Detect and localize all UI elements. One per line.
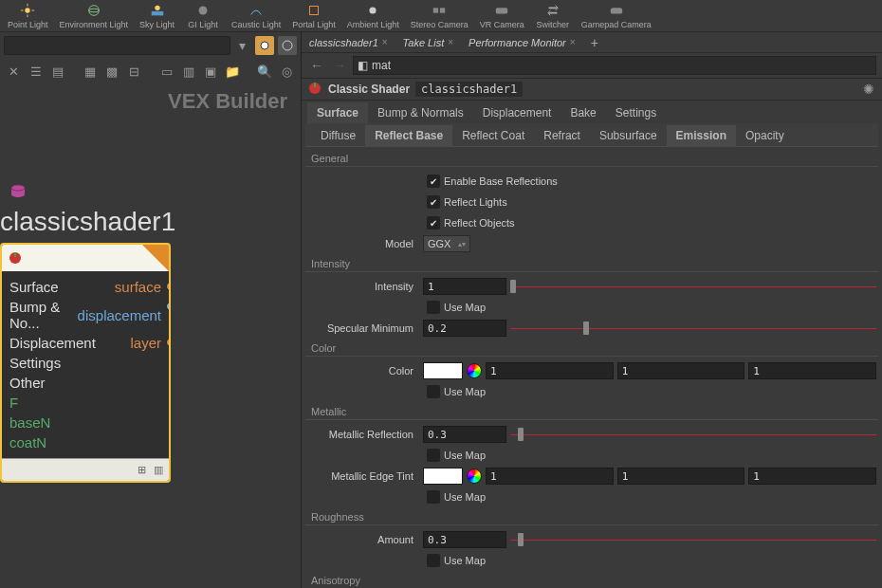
pane-tab[interactable]: Performance Monitor×	[461, 34, 583, 51]
shelf-portal-light[interactable]: Portal Light	[286, 0, 341, 31]
svg-point-6	[88, 9, 99, 12]
color-g-field[interactable]	[617, 362, 745, 379]
node-output-row[interactable]: Settings	[2, 353, 169, 373]
output-port[interactable]	[166, 282, 171, 291]
node-body[interactable]: SurfacesurfaceBump & No...displacementDi…	[0, 243, 171, 483]
svg-point-11	[370, 7, 377, 13]
metallic-refl-field[interactable]	[423, 426, 506, 443]
tint-usemap-check[interactable]	[427, 490, 440, 504]
param-tab[interactable]: Bump & Normals	[368, 102, 473, 123]
roughness-slider[interactable]	[510, 531, 876, 548]
node-output-row[interactable]: Bump & No...displacement	[2, 297, 169, 333]
back-icon[interactable]: ←	[307, 56, 326, 75]
param-tab[interactable]: Bake	[560, 102, 605, 123]
point-light-icon	[18, 2, 37, 19]
node-output-row[interactable]: Other	[2, 373, 169, 393]
param-tab[interactable]: Settings	[606, 102, 666, 123]
tint-r-field[interactable]	[486, 468, 614, 485]
list-icon[interactable]: ☰	[28, 62, 44, 81]
close-icon[interactable]: ×	[382, 37, 388, 47]
svg-rect-13	[440, 8, 445, 12]
color-usemap-check[interactable]	[427, 385, 440, 398]
close-icon[interactable]: ×	[448, 37, 453, 47]
node-output-row[interactable]: Displacementlayer	[2, 333, 169, 353]
metallic-usemap-check[interactable]	[427, 449, 440, 462]
grid-icon[interactable]: ▦	[83, 62, 99, 81]
tint-wheel-icon[interactable]	[467, 469, 482, 484]
gear-icon[interactable]: ✺	[859, 80, 878, 99]
node-output-row[interactable]: coatN	[2, 432, 169, 452]
specmin-field[interactable]	[423, 320, 506, 337]
close-icon[interactable]: ×	[570, 37, 576, 47]
shelf-caustic-light[interactable]: Caustic Light	[226, 0, 286, 31]
target-icon[interactable]: ◎	[279, 62, 295, 81]
network-view[interactable]: classicshader1 SurfacesurfaceBump & No..…	[0, 118, 301, 588]
roughness-usemap-check[interactable]	[427, 554, 440, 567]
shader-name-field[interactable]: classicshader1	[415, 82, 523, 97]
param-tab[interactable]: Surface	[307, 102, 368, 123]
param-tab[interactable]: Displacement	[473, 102, 561, 123]
node-corner-icon	[142, 245, 169, 271]
forward-icon[interactable]: →	[330, 56, 349, 75]
folder-icon[interactable]: 📁	[224, 62, 240, 81]
shelf-env-light[interactable]: Environment Light	[54, 0, 135, 31]
dropdown-chevron-icon[interactable]: ▾	[232, 36, 251, 55]
shelf-point-light[interactable]: Point Light	[2, 0, 54, 31]
shelf-ambient-light[interactable]: Ambient Light	[341, 0, 405, 31]
shelf-vr-cam[interactable]: VR Camera	[474, 0, 530, 31]
shelf-sky-light[interactable]: Sky Light	[134, 0, 180, 31]
sub-tab[interactable]: Reflect Base	[365, 125, 452, 146]
tint-swatch[interactable]	[423, 468, 463, 485]
search-icon[interactable]: 🔍	[257, 62, 273, 81]
shelf-gamepad[interactable]: Gamepad Camera	[576, 0, 657, 31]
enable-reflections-check[interactable]: ✔	[427, 175, 440, 188]
tree-icon[interactable]: ⊟	[126, 62, 142, 81]
pane-tab[interactable]: classicshader1×	[302, 34, 395, 51]
tint-g-field[interactable]	[617, 468, 745, 485]
panel-icon[interactable]: ▤	[49, 62, 65, 81]
color-r-field[interactable]	[486, 362, 614, 379]
intensity-usemap-check[interactable]	[427, 301, 440, 314]
sub-tab[interactable]: Diffuse	[311, 125, 365, 146]
output-port[interactable]	[166, 338, 171, 347]
image-icon[interactable]: ▣	[202, 62, 218, 81]
wrench-icon[interactable]: ✕	[6, 62, 22, 81]
stack-icon[interactable]: ▥	[180, 62, 196, 81]
display-toggle-a[interactable]	[255, 36, 274, 55]
sub-tab[interactable]: Opacity	[736, 125, 794, 146]
color-b-field[interactable]	[748, 362, 876, 379]
color-wheel-icon[interactable]	[467, 363, 482, 378]
add-tab-button[interactable]: +	[583, 35, 606, 50]
sub-tab[interactable]: Reflect Coat	[452, 125, 534, 146]
intensity-field[interactable]	[423, 278, 506, 295]
sub-tab[interactable]: Refract	[534, 125, 590, 146]
save-icon[interactable]: ▭	[158, 62, 175, 81]
roughness-field[interactable]	[423, 531, 506, 548]
reflect-objects-check[interactable]: ✔	[427, 216, 440, 230]
metallic-refl-slider[interactable]	[510, 426, 876, 443]
node-output-row[interactable]: baseN	[2, 413, 169, 432]
node-type-icon	[8, 250, 23, 266]
node-output-row[interactable]: F	[2, 393, 169, 413]
shelf-stereo-cam[interactable]: Stereo Camera	[405, 0, 474, 31]
checker-icon[interactable]: ▩	[104, 62, 120, 81]
shader-node: classicshader1 SurfacesurfaceBump & No..…	[0, 203, 175, 483]
network-path-dropdown[interactable]	[4, 36, 230, 55]
sky-light-icon	[148, 2, 167, 19]
node-output-row[interactable]: Surfacesurface	[2, 277, 169, 297]
color-swatch[interactable]	[423, 362, 463, 379]
path-field[interactable]: ◧ mat	[353, 56, 876, 75]
shelf-gi-light[interactable]: GI Light	[180, 0, 226, 31]
specmin-slider[interactable]	[510, 320, 876, 337]
svg-rect-15	[611, 8, 622, 13]
intensity-slider[interactable]	[510, 278, 876, 295]
display-toggle-b[interactable]	[278, 36, 297, 55]
model-dropdown[interactable]: GGX▴▾	[423, 235, 470, 252]
sub-tab[interactable]: Subsurface	[590, 125, 667, 146]
sub-tab[interactable]: Emission	[667, 125, 736, 146]
tint-b-field[interactable]	[748, 468, 876, 485]
pane-tab[interactable]: Take List×	[395, 34, 461, 51]
shelf-switcher[interactable]: Switcher	[530, 0, 576, 31]
output-port[interactable]	[166, 302, 171, 311]
reflect-lights-check[interactable]: ✔	[427, 195, 440, 209]
